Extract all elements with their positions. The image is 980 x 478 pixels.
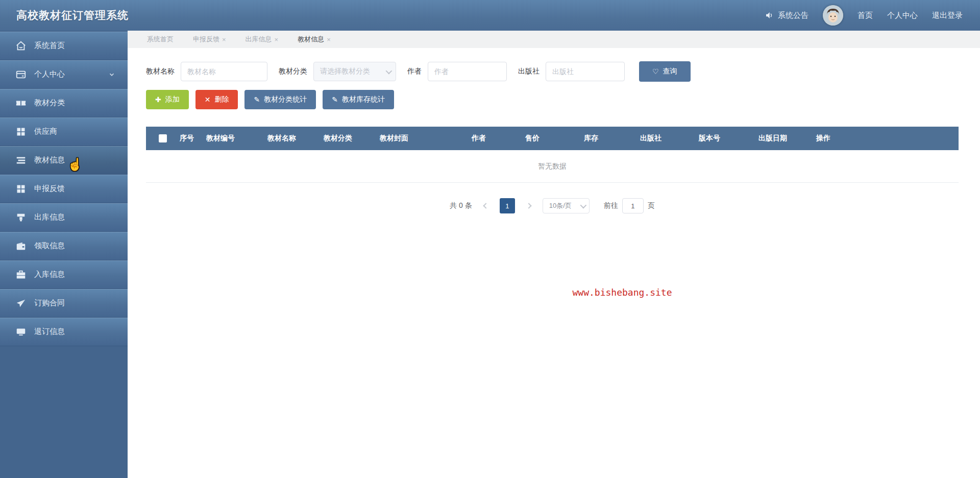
sidebar-item-unsubscribe-info[interactable]: 退订信息 (0, 318, 128, 346)
chevron-left-icon (483, 203, 488, 208)
table-header-row: 序号 教材编号 教材名称 教材分类 教材封面 作者 售价 库存 出版社 版本号 … (146, 127, 959, 150)
sidebar: 系统首页 个人中心 教材分类 (0, 31, 128, 478)
nav-logout[interactable]: 退出登录 (932, 11, 963, 20)
sidebar-item-textbook-info[interactable]: 教材信息 (0, 146, 128, 175)
textbook-table: 序号 教材编号 教材名称 教材分类 教材封面 作者 售价 库存 出版社 版本号 … (146, 127, 959, 183)
list-icon (15, 155, 27, 166)
sidebar-item-label: 教材信息 (34, 155, 116, 165)
outbox-icon (15, 212, 27, 223)
home-icon (15, 40, 27, 52)
speaker-icon (765, 11, 774, 20)
sidebar-item-personal-center[interactable]: 个人中心 (0, 60, 128, 89)
sidebar-item-textbook-category[interactable]: 教材分类 (0, 89, 128, 117)
sidebar-item-outbound-info[interactable]: 出库信息 (0, 203, 128, 232)
column-header: 出版社 (640, 134, 699, 143)
goto-page-group: 前往 页 (604, 198, 655, 213)
author-input[interactable] (428, 62, 507, 81)
column-header: 库存 (584, 134, 640, 143)
empty-data-text: 暂无数据 (538, 162, 567, 171)
tab-declare-feedback[interactable]: 申报反馈 × (193, 35, 226, 44)
textbook-name-input[interactable] (181, 62, 267, 81)
sidebar-item-supplier[interactable]: 供应商 (0, 117, 128, 146)
pencil-icon: ✎ (254, 96, 260, 103)
sidebar-item-system-home[interactable]: 系统首页 (0, 32, 128, 60)
goto-label: 前往 (604, 201, 618, 210)
goto-page-input[interactable] (622, 198, 644, 213)
close-icon: ✕ (205, 96, 211, 103)
avatar[interactable] (823, 5, 843, 26)
toolbar: ✚ 添加 ✕ 删除 ✎ 教材分类统计 ✎ 教材库存统计 (146, 90, 980, 109)
select-all-cell (146, 134, 180, 142)
chevron-down-icon[interactable] (107, 70, 116, 79)
sidebar-item-order-contract[interactable]: 订购合同 (0, 289, 128, 318)
page-size-value: 10条/页 (549, 201, 572, 210)
close-icon[interactable]: × (222, 36, 226, 43)
column-header: 版本号 (699, 134, 758, 143)
page-number-button[interactable]: 1 (500, 198, 515, 213)
sidebar-item-declare-feedback[interactable]: 申报反馈 (0, 175, 128, 203)
goto-suffix: 页 (648, 201, 655, 210)
page-size-select[interactable]: 10条/页 (543, 198, 590, 213)
sidebar-item-label: 教材分类 (34, 98, 116, 108)
next-page-button[interactable] (522, 199, 535, 212)
column-header: 售价 (525, 134, 584, 143)
tab-label: 申报反馈 (193, 35, 219, 44)
nav-home[interactable]: 首页 (857, 11, 873, 20)
monitor-icon (15, 326, 27, 338)
watermark-text: www.bishebang.site (572, 287, 672, 298)
category-stats-label: 教材分类统计 (264, 95, 307, 104)
tab-outbound-info[interactable]: 出库信息 × (246, 35, 279, 44)
add-button-label: 添加 (165, 95, 180, 104)
heart-icon: ♡ (652, 68, 659, 75)
close-icon[interactable]: × (327, 36, 331, 43)
column-header: 操作 (816, 134, 959, 143)
column-header: 教材分类 (324, 134, 380, 143)
category-stats-button[interactable]: ✎ 教材分类统计 (244, 90, 316, 109)
publisher-input[interactable] (546, 62, 625, 81)
delete-button-label: 删除 (214, 95, 229, 104)
textbook-category-label: 教材分类 (279, 67, 307, 76)
ticket-icon (15, 98, 27, 109)
sidebar-item-label: 订购合同 (34, 298, 116, 308)
author-label: 作者 (407, 67, 422, 76)
grid-icon (15, 183, 27, 195)
send-icon (15, 298, 27, 309)
tab-label: 教材信息 (298, 35, 324, 44)
grid-icon (15, 126, 27, 137)
nav-profile[interactable]: 个人中心 (887, 11, 918, 20)
tab-textbook-info[interactable]: 教材信息 × (298, 35, 331, 44)
textbook-name-label: 教材名称 (146, 67, 175, 76)
add-button[interactable]: ✚ 添加 (146, 90, 189, 109)
query-button[interactable]: ♡ 查询 (639, 61, 691, 82)
tab-label: 出库信息 (246, 35, 272, 44)
system-announcement-button[interactable]: 系统公告 (765, 11, 808, 20)
topbar-right: 系统公告 首页 个人中心 退出登录 (765, 5, 963, 26)
total-count-text: 共 0 条 (450, 201, 472, 210)
sidebar-item-inbound-info[interactable]: 入库信息 (0, 260, 128, 289)
chevron-right-icon (526, 203, 531, 208)
sidebar-item-label: 领取信息 (34, 241, 116, 251)
close-icon[interactable]: × (275, 36, 279, 43)
prev-page-button[interactable] (479, 199, 493, 212)
tab-bar: 系统首页 申报反馈 × 出库信息 × 教材信息 × (128, 31, 980, 48)
column-header: 序号 (180, 134, 206, 143)
sidebar-item-label: 入库信息 (34, 270, 116, 279)
sidebar-item-label: 系统首页 (34, 41, 116, 51)
stock-stats-button[interactable]: ✎ 教材库存统计 (323, 90, 394, 109)
column-header: 作者 (472, 134, 525, 143)
chevron-down-icon (386, 67, 393, 74)
textbook-category-select[interactable]: 请选择教材分类 (313, 62, 396, 81)
column-header: 教材封面 (380, 134, 472, 143)
tab-system-home[interactable]: 系统首页 (147, 35, 174, 44)
announcement-label: 系统公告 (778, 11, 808, 20)
delete-button[interactable]: ✕ 删除 (195, 90, 238, 109)
postcard-icon (15, 69, 27, 80)
sidebar-item-receive-info[interactable]: 领取信息 (0, 232, 128, 260)
query-button-label: 查询 (663, 67, 677, 76)
publisher-label: 出版社 (518, 67, 540, 76)
sidebar-item-label: 出库信息 (34, 212, 116, 222)
select-all-checkbox[interactable] (159, 134, 167, 142)
top-header: 高校教材征订管理系统 系统公告 (0, 0, 980, 31)
pencil-icon: ✎ (332, 96, 338, 103)
plus-icon: ✚ (155, 96, 161, 103)
